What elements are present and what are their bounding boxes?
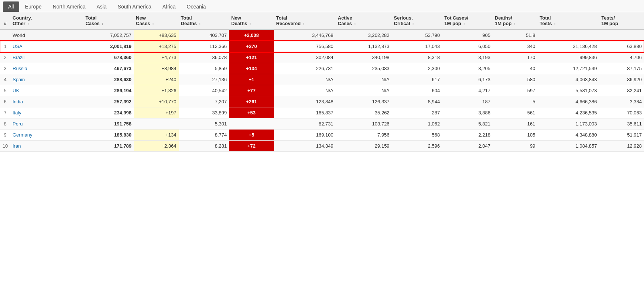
table-row: 5 UK 286,194 +1,326 40,542 +77 N/A N/A 6… xyxy=(0,85,644,96)
sort-icon-serious-critical: ↕ xyxy=(412,22,414,26)
col-active-cases[interactable]: ActiveCases ↕ xyxy=(336,12,392,30)
row-tests-1m: 35,611 xyxy=(599,118,644,130)
col-new-cases[interactable]: NewCases ↕ xyxy=(134,12,178,30)
row-total-tests: 5,581,073 xyxy=(537,85,599,96)
col-country[interactable]: Country,Other ↕ xyxy=(10,12,83,30)
row-active-cases: 340,198 xyxy=(336,52,392,63)
row-serious-critical: 617 xyxy=(392,74,442,85)
world-tot-cases-1m: 905 xyxy=(442,30,493,41)
col-tests-1m[interactable]: Tests/1M pop xyxy=(599,12,644,30)
row-country[interactable]: Russia xyxy=(10,63,83,74)
row-total-tests: 12,721,549 xyxy=(537,63,599,74)
world-serious-critical: 53,790 xyxy=(392,30,442,41)
row-serious-critical: 2,300 xyxy=(392,63,442,74)
row-country[interactable]: Peru xyxy=(10,118,83,130)
row-active-cases: N/A xyxy=(336,74,392,85)
row-country[interactable]: Spain xyxy=(10,74,83,85)
row-new-cases: +1,326 xyxy=(134,85,178,96)
row-total-recovered: 226,731 xyxy=(274,63,336,74)
row-new-cases: +2,364 xyxy=(134,141,178,152)
row-new-cases: +134 xyxy=(134,130,178,141)
row-total-deaths: 40,542 xyxy=(179,85,229,96)
row-country[interactable]: Iran xyxy=(10,141,83,152)
row-total-cases: 171,789 xyxy=(83,141,134,152)
row-country[interactable]: India xyxy=(10,96,83,107)
row-deaths-1m: 5 xyxy=(493,96,537,107)
row-tot-cases-1m: 2,218 xyxy=(442,130,493,141)
row-total-tests: 1,084,857 xyxy=(537,141,599,152)
row-total-deaths: 8,281 xyxy=(179,141,229,152)
tab-europe[interactable]: Europe xyxy=(20,1,47,12)
row-total-cases: 191,758 xyxy=(83,118,134,130)
row-new-cases: +240 xyxy=(134,74,178,85)
row-new-deaths: +5 xyxy=(229,130,274,141)
row-total-cases: 2,001,819 xyxy=(83,41,134,52)
world-row-country: World xyxy=(10,30,83,41)
tab-south-america[interactable]: South America xyxy=(113,1,157,12)
row-new-cases: +8,984 xyxy=(134,63,178,74)
row-country[interactable]: Brazil xyxy=(10,52,83,63)
col-deaths-1m[interactable]: Deaths/1M pop ↕ xyxy=(493,12,537,30)
col-new-deaths[interactable]: NewDeaths ↕ xyxy=(229,12,274,30)
sort-icon-total-tests: ↕ xyxy=(554,22,556,26)
row-num: 2 xyxy=(0,52,10,63)
tab-oceania[interactable]: Oceania xyxy=(182,1,211,12)
row-total-recovered: 82,731 xyxy=(274,118,336,130)
tab-asia[interactable]: Asia xyxy=(91,1,112,12)
row-deaths-1m: 597 xyxy=(493,85,537,96)
row-num: 7 xyxy=(0,107,10,118)
row-new-deaths: +72 xyxy=(229,141,274,152)
row-total-recovered: N/A xyxy=(274,74,336,85)
row-deaths-1m: 580 xyxy=(493,74,537,85)
row-total-tests: 4,063,843 xyxy=(537,74,599,85)
table-row: 9 Germany 185,830 +134 8,774 +5 169,100 … xyxy=(0,130,644,141)
col-tot-cases-1m[interactable]: Tot Cases/1M pop ↕ xyxy=(442,12,493,30)
row-total-cases: 185,830 xyxy=(83,130,134,141)
tab-bar: All Europe North America Asia South Amer… xyxy=(0,0,644,12)
row-tests-1m: 63,880 xyxy=(599,41,644,52)
row-deaths-1m: 40 xyxy=(493,63,537,74)
row-tests-1m: 82,241 xyxy=(599,85,644,96)
row-country[interactable]: UK xyxy=(10,85,83,96)
world-total-tests xyxy=(537,30,599,41)
row-serious-critical: 604 xyxy=(392,85,442,96)
row-tot-cases-1m: 3,193 xyxy=(442,52,493,63)
table-row: 4 Spain 288,630 +240 27,136 +1 N/A N/A 6… xyxy=(0,74,644,85)
tab-africa[interactable]: Africa xyxy=(157,1,181,12)
row-total-deaths: 5,301 xyxy=(179,118,229,130)
col-total-cases[interactable]: TotalCases ↓ xyxy=(83,12,134,30)
row-new-cases xyxy=(134,118,178,130)
tab-all[interactable]: All xyxy=(3,1,19,12)
row-new-deaths xyxy=(229,118,274,130)
row-active-cases: 1,132,873 xyxy=(336,41,392,52)
row-country[interactable]: Italy xyxy=(10,107,83,118)
row-serious-critical: 8,944 xyxy=(392,96,442,107)
row-new-deaths: +77 xyxy=(229,85,274,96)
row-num: 8 xyxy=(0,118,10,130)
row-active-cases: 29,159 xyxy=(336,141,392,152)
tab-north-america[interactable]: North America xyxy=(48,1,91,12)
row-tests-1m: 3,384 xyxy=(599,96,644,107)
row-deaths-1m: 161 xyxy=(493,118,537,130)
col-total-recovered[interactable]: TotalRecovered ↕ xyxy=(274,12,336,30)
row-country[interactable]: Germany xyxy=(10,130,83,141)
covid-table: # Country,Other ↕ TotalCases ↓ NewCases … xyxy=(0,12,644,152)
row-active-cases: 235,083 xyxy=(336,63,392,74)
row-tests-1m: 12,928 xyxy=(599,141,644,152)
row-num: 1 xyxy=(0,41,10,52)
row-total-deaths: 7,207 xyxy=(179,96,229,107)
row-active-cases: 7,956 xyxy=(336,130,392,141)
row-new-deaths: +121 xyxy=(229,52,274,63)
row-tot-cases-1m: 3,205 xyxy=(442,63,493,74)
col-serious-critical[interactable]: Serious,Critical ↕ xyxy=(392,12,442,30)
world-tests-1m xyxy=(599,30,644,41)
col-total-tests[interactable]: TotalTests ↕ xyxy=(537,12,599,30)
row-tests-1m: 86,920 xyxy=(599,74,644,85)
row-total-tests: 999,836 xyxy=(537,52,599,63)
world-active-cases: 3,202,282 xyxy=(336,30,392,41)
row-new-deaths: +53 xyxy=(229,107,274,118)
row-country[interactable]: USA xyxy=(10,41,83,52)
col-total-deaths[interactable]: TotalDeaths ↕ xyxy=(179,12,229,30)
row-tests-1m: 87,175 xyxy=(599,63,644,74)
sort-icon-active-cases: ↕ xyxy=(354,22,356,26)
